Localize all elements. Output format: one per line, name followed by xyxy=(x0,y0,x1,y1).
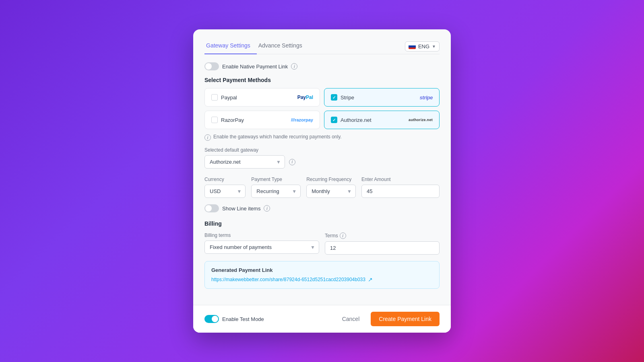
billing-terms-field-group: Billing terms Fixed number of payments U… xyxy=(204,232,319,255)
currency-label: Currency xyxy=(204,177,246,182)
recurring-frequency-select[interactable]: Monthly Weekly Yearly xyxy=(306,185,356,198)
billing-row: Billing terms Fixed number of payments U… xyxy=(204,232,440,255)
payment-card-left-authorizenet: Authorize.net xyxy=(331,117,372,123)
terms-label: Terms xyxy=(325,233,338,239)
generated-link-text: https://makewebbetter.com/share/87924d-6… xyxy=(211,277,365,282)
paypal-logo: PayPal xyxy=(297,95,313,100)
show-line-items-toggle[interactable] xyxy=(204,204,219,212)
default-gateway-select-wrapper: Authorize.net Stripe ▼ xyxy=(204,155,285,169)
authorizenet-logo: authorize.net xyxy=(409,118,433,122)
payment-card-razorpay[interactable]: RazorPay ///razorpay xyxy=(204,111,320,129)
show-line-items-info-icon[interactable]: i xyxy=(264,205,270,212)
test-mode-label: Enable Test Mode xyxy=(222,316,264,322)
external-link-icon: ↗ xyxy=(368,276,373,283)
enter-amount-label: Enter Amount xyxy=(361,177,440,182)
payment-card-left-stripe: Stripe xyxy=(331,94,354,101)
gateway-note-icon: i xyxy=(204,134,211,141)
billing-terms-select[interactable]: Fixed number of payments Until cancelled xyxy=(204,241,319,254)
enter-amount-field-group: Enter Amount xyxy=(361,177,440,198)
payment-card-left-paypal: Paypal xyxy=(211,94,237,101)
default-gateway-select[interactable]: Authorize.net Stripe xyxy=(204,155,285,169)
terms-label-row: Terms i xyxy=(325,232,440,239)
payment-methods-grid: Paypal PayPal Stripe stripe RazorPay ///… xyxy=(204,88,440,129)
recurring-frequency-label: Recurring Frequency xyxy=(306,177,356,182)
modal-body: Gateway Settings Advance Settings ENG ▼ … xyxy=(193,29,451,305)
generated-link-box: Generated Payment Link https://makewebbe… xyxy=(204,261,440,289)
terms-field-group: Terms i xyxy=(325,232,440,255)
chevron-down-icon: ▼ xyxy=(432,44,436,49)
payment-name-razorpay: RazorPay xyxy=(221,117,244,123)
select-payment-methods-title: Select Payment Methods xyxy=(204,77,440,83)
tabs-header: Gateway Settings Advance Settings ENG ▼ xyxy=(204,39,440,54)
native-payment-label: Enable Native Payment Link xyxy=(222,64,288,70)
payment-name-paypal: Paypal xyxy=(221,95,237,101)
payment-card-left-razorpay: RazorPay xyxy=(211,117,244,123)
terms-input[interactable] xyxy=(325,241,440,255)
lang-code: ENG xyxy=(418,43,429,49)
payment-card-paypal[interactable]: Paypal PayPal xyxy=(204,88,320,107)
settings-modal: Gateway Settings Advance Settings ENG ▼ … xyxy=(193,29,451,333)
payment-type-field-group: Payment Type Recurring One-time ▼ xyxy=(251,177,301,198)
footer-left: Enable Test Mode xyxy=(204,315,264,323)
checkbox-razorpay[interactable] xyxy=(211,117,218,123)
enter-amount-input[interactable] xyxy=(361,185,440,198)
generated-link-url: https://makewebbetter.com/share/87924d-6… xyxy=(211,276,433,283)
gateway-note: i Enable the gateways which handle recur… xyxy=(204,134,440,141)
payment-type-select-wrapper: Recurring One-time ▼ xyxy=(251,185,301,198)
billing-terms-select-wrapper: Fixed number of payments Until cancelled… xyxy=(204,241,319,254)
show-line-items-label: Show Line items xyxy=(222,206,260,212)
generated-link-title: Generated Payment Link xyxy=(211,267,433,273)
native-payment-toggle-row: Enable Native Payment Link i xyxy=(204,62,440,70)
billing-terms-label: Billing terms xyxy=(204,232,319,238)
currency-select-wrapper: USD EUR GBP ▼ xyxy=(204,185,246,198)
currency-select[interactable]: USD EUR GBP xyxy=(204,185,246,198)
native-payment-toggle[interactable] xyxy=(204,62,219,70)
tabs-list: Gateway Settings Advance Settings xyxy=(204,39,309,54)
create-payment-link-button[interactable]: Create Payment Link xyxy=(371,312,440,326)
recurring-frequency-field-group: Recurring Frequency Monthly Weekly Yearl… xyxy=(306,177,356,198)
flag-icon xyxy=(409,44,416,49)
show-line-items-row: Show Line items i xyxy=(204,204,440,212)
payment-name-authorizenet: Authorize.net xyxy=(341,117,372,123)
checkbox-authorizenet[interactable] xyxy=(331,117,337,123)
tab-advance-settings[interactable]: Advance Settings xyxy=(257,39,309,54)
payment-type-label: Payment Type xyxy=(251,177,301,182)
payment-type-select[interactable]: Recurring One-time xyxy=(251,185,301,198)
terms-info-icon[interactable]: i xyxy=(340,232,346,239)
modal-footer: Enable Test Mode Cancel Create Payment L… xyxy=(193,305,451,333)
checkbox-stripe[interactable] xyxy=(331,94,337,101)
tab-gateway-settings[interactable]: Gateway Settings xyxy=(204,39,257,54)
billing-section: Billing Billing terms Fixed number of pa… xyxy=(204,220,440,255)
checkbox-paypal[interactable] xyxy=(211,94,218,101)
razorpay-logo: ///razorpay xyxy=(291,117,313,122)
gateway-note-text: Enable the gateways which handle recurri… xyxy=(213,134,342,140)
currency-field-group: Currency USD EUR GBP ▼ xyxy=(204,177,246,198)
test-mode-toggle[interactable] xyxy=(204,315,219,323)
language-selector[interactable]: ENG ▼ xyxy=(405,41,440,51)
stripe-logo: stripe xyxy=(420,95,433,101)
billing-title: Billing xyxy=(204,220,440,227)
footer-right: Cancel Create Payment Link xyxy=(336,312,440,326)
generated-link-anchor[interactable]: https://makewebbetter.com/share/87924d-6… xyxy=(211,277,365,282)
main-fields-row: Currency USD EUR GBP ▼ Payment Type Recu… xyxy=(204,177,440,198)
native-payment-info-icon[interactable]: i xyxy=(291,63,297,70)
default-gateway-info-icon[interactable]: i xyxy=(289,159,295,165)
payment-name-stripe: Stripe xyxy=(341,95,354,101)
recurring-frequency-select-wrapper: Monthly Weekly Yearly ▼ xyxy=(306,185,356,198)
default-gateway-label: Selected default gateway xyxy=(204,147,440,153)
payment-card-stripe[interactable]: Stripe stripe xyxy=(324,88,440,107)
cancel-button[interactable]: Cancel xyxy=(336,313,366,325)
payment-card-authorizenet[interactable]: Authorize.net authorize.net xyxy=(324,111,440,129)
default-gateway-row: Authorize.net Stripe ▼ i xyxy=(204,155,440,169)
